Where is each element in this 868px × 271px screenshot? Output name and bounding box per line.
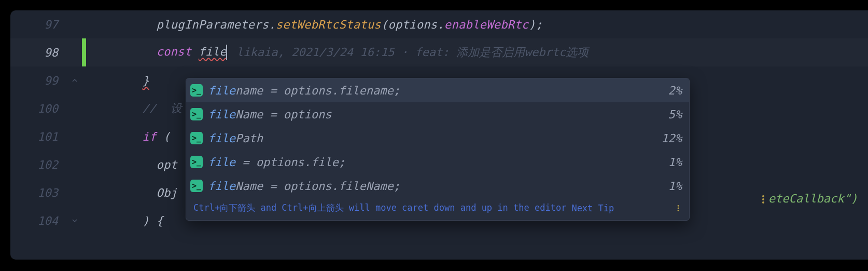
autocomplete-item[interactable]: >_ fileName = options.fileName; 1% [186,174,689,198]
line-number: 103 [10,186,67,199]
line-number: 104 [10,214,67,227]
svg-point-1 [678,207,679,209]
terminal-icon: >_ [190,180,203,192]
tip-text: Ctrl+向下箭头 and Ctrl+向上箭头 will move caret … [193,202,566,214]
line-number: 99 [10,74,67,87]
terminal-icon: >_ [190,84,203,97]
autocomplete-popup[interactable]: >_ filename = options.filename; 2% >_ fi… [186,78,690,221]
svg-point-0 [678,205,679,207]
code-content[interactable]: const file [86,45,227,60]
autocomplete-percent: 12% [656,132,682,145]
autocomplete-label: file = options.file; [208,156,663,169]
autocomplete-percent: 1% [663,156,682,169]
line-number: 101 [10,130,67,143]
code-content[interactable]: ) { [86,214,163,227]
autocomplete-label: fileName = options.fileName; [208,180,663,193]
fold-column[interactable] [67,76,82,85]
code-line-current[interactable]: 98 const file likaia, 2021/3/24 16:15 · … [10,38,868,66]
autocomplete-label: filename = options.filename; [208,84,663,97]
fold-down-icon[interactable] [71,216,79,225]
autocomplete-item[interactable]: >_ file = options.file; 1% [186,150,689,174]
autocomplete-label: fileName = options [208,108,663,121]
terminal-icon: >_ [190,132,203,144]
autocomplete-item[interactable]: >_ filePath 12% [186,126,689,150]
autocomplete-item[interactable]: >_ fileName = options 5% [186,102,689,126]
code-content[interactable]: // 设 [86,101,182,116]
line-number: 97 [10,18,67,31]
fold-up-icon[interactable] [71,76,79,85]
git-blame-annotation: likaia, 2021/3/24 16:15 · feat: 添加是否启用we… [236,45,589,60]
autocomplete-label: filePath [208,132,656,145]
code-editor[interactable]: 97 plugInParameters.setWebRtcStatus(opti… [10,10,868,260]
fold-column[interactable] [67,216,82,225]
next-tip-link[interactable]: Next Tip [571,203,614,213]
code-content[interactable]: if ( [86,130,171,143]
terminal-icon: >_ [190,156,203,168]
code-line[interactable]: 97 plugInParameters.setWebRtcStatus(opti… [10,10,868,38]
code-behind-popup: eteCallback") [762,192,858,205]
autocomplete-percent: 2% [663,84,682,97]
code-content[interactable]: Obj [86,186,177,199]
gutter-warning-icon [762,195,764,204]
line-number: 98 [10,46,67,59]
autocomplete-percent: 5% [663,108,682,121]
code-content[interactable]: } [86,74,149,87]
autocomplete-item[interactable]: >_ filename = options.filename; 2% [186,78,689,102]
autocomplete-tip-bar: Ctrl+向下箭头 and Ctrl+向上箭头 will move caret … [186,198,689,220]
code-content[interactable]: opt [86,158,177,171]
svg-point-2 [678,210,679,211]
more-icon[interactable] [675,205,682,212]
caret [226,45,227,60]
autocomplete-percent: 1% [663,180,682,193]
line-number: 102 [10,158,67,171]
line-number: 100 [10,102,67,115]
change-indicator-modified [82,38,86,66]
terminal-icon: >_ [190,108,203,120]
code-content[interactable]: plugInParameters.setWebRtcStatus(options… [86,18,542,31]
